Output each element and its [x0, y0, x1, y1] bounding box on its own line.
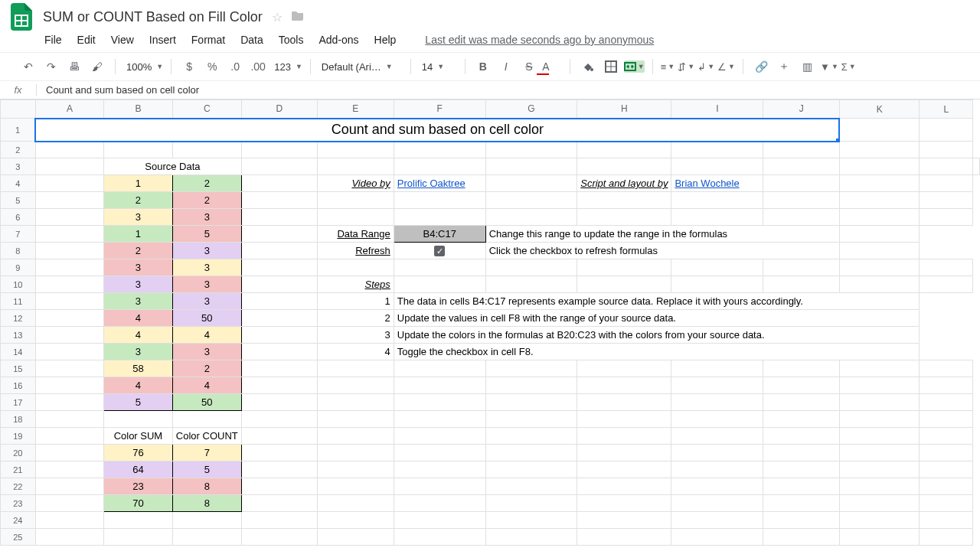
col-header[interactable]: H — [577, 100, 671, 119]
fill-color-icon[interactable] — [578, 57, 598, 77]
insert-comment-icon[interactable]: ＋ — [774, 57, 794, 77]
col-header[interactable]: D — [241, 100, 317, 119]
col-header[interactable]: A — [35, 100, 103, 119]
strike-icon[interactable]: S — [519, 57, 539, 77]
row-header[interactable]: 19 — [1, 428, 36, 445]
row-header[interactable]: 13 — [1, 327, 36, 344]
menu-help[interactable]: Help — [374, 34, 397, 46]
row-header[interactable]: 25 — [1, 529, 36, 546]
col-header[interactable]: E — [317, 100, 394, 119]
col-header[interactable]: L — [920, 100, 973, 119]
row-header[interactable]: 17 — [1, 394, 36, 411]
formula-input[interactable]: Count and sum based on cell color — [37, 84, 199, 96]
row-header[interactable]: 20 — [1, 445, 36, 461]
row-header[interactable]: 21 — [1, 461, 36, 478]
toolbar: ↶ ↷ 🖶 🖌 100%▼ $ % .0 .00 123▼ Default (A… — [0, 52, 980, 81]
h-align-dropdown[interactable]: ≡▼ — [661, 61, 675, 73]
borders-icon[interactable] — [601, 57, 621, 77]
functions-dropdown[interactable]: Σ▼ — [841, 61, 856, 73]
row-header[interactable]: 18 — [1, 411, 36, 428]
brian-wochele-link[interactable]: Brian Wochele — [675, 178, 739, 189]
menu-tools[interactable]: Tools — [279, 34, 304, 46]
row-header[interactable]: 24 — [1, 512, 36, 529]
decrease-decimal-icon[interactable]: .0 — [225, 57, 245, 77]
row-header[interactable]: 1 — [1, 119, 36, 142]
source-data-label: Source Data — [104, 158, 242, 175]
title-cell[interactable]: Count and sum based on cell color — [35, 119, 839, 142]
wrap-dropdown[interactable]: ↲▼ — [697, 61, 714, 73]
col-header[interactable]: G — [485, 100, 577, 119]
merge-cells-dropdown[interactable]: ▼ — [624, 60, 645, 73]
row-header[interactable]: 5 — [1, 192, 36, 209]
sheets-app-icon[interactable] — [6, 2, 37, 32]
col-header[interactable]: K — [839, 100, 919, 119]
filter-dropdown[interactable]: ▼▼ — [820, 61, 838, 73]
move-folder-icon[interactable] — [292, 10, 304, 24]
insert-link-icon[interactable]: 🔗 — [751, 57, 771, 77]
star-icon[interactable]: ☆ — [272, 10, 283, 24]
row-header[interactable]: 23 — [1, 495, 36, 512]
v-align-dropdown[interactable]: ⇵▼ — [678, 61, 694, 73]
svg-point-3 — [590, 68, 593, 71]
text-color-icon[interactable]: A — [542, 57, 562, 77]
row-header[interactable]: 22 — [1, 478, 36, 495]
menu-addons[interactable]: Add-ons — [318, 34, 358, 46]
col-header[interactable]: B — [104, 100, 173, 119]
menu-format[interactable]: Format — [191, 34, 225, 46]
last-edit-link[interactable]: Last edit was made seconds ago by anonym… — [425, 34, 654, 46]
font-size-dropdown[interactable]: 14▼ — [419, 61, 457, 73]
fx-icon: fx — [0, 84, 37, 96]
row-header[interactable]: 8 — [1, 243, 36, 259]
menu-view[interactable]: View — [111, 34, 134, 46]
menu-insert[interactable]: Insert — [149, 34, 176, 46]
row-header[interactable]: 15 — [1, 360, 36, 377]
bold-icon[interactable]: B — [473, 57, 493, 77]
increase-decimal-icon[interactable]: .00 — [248, 57, 268, 77]
menu-data[interactable]: Data — [240, 34, 263, 46]
more-formats-dropdown[interactable]: 123▼ — [271, 61, 302, 73]
row-header[interactable]: 11 — [1, 293, 36, 310]
redo-icon[interactable]: ↷ — [41, 57, 61, 77]
insert-chart-icon[interactable]: ▥ — [797, 57, 817, 77]
zoom-dropdown[interactable]: 100%▼ — [123, 61, 163, 73]
row-header[interactable]: 3 — [1, 158, 36, 175]
row-header[interactable]: 9 — [1, 259, 36, 276]
italic-icon[interactable]: I — [496, 57, 516, 77]
undo-icon[interactable]: ↶ — [18, 57, 38, 77]
col-header[interactable]: F — [394, 100, 485, 119]
formula-bar: fx Count and sum based on cell color — [0, 81, 980, 99]
row-header[interactable]: 4 — [1, 175, 36, 192]
format-percent-icon[interactable]: % — [202, 57, 222, 77]
menu-bar: File Edit View Insert Format Data Tools … — [0, 29, 980, 52]
row-header[interactable]: 14 — [1, 344, 36, 360]
row-header[interactable]: 10 — [1, 276, 36, 293]
column-header-row: A B C D E F G H I J K L — [1, 100, 980, 119]
font-family-dropdown[interactable]: Default (Ari…▼ — [318, 61, 403, 73]
row-header[interactable]: 6 — [1, 209, 36, 226]
row-header[interactable]: 2 — [1, 142, 36, 158]
col-header[interactable]: J — [763, 100, 840, 119]
format-currency-icon[interactable]: $ — [179, 57, 199, 77]
paint-format-icon[interactable]: 🖌 — [87, 57, 107, 77]
spreadsheet-grid[interactable]: A B C D E F G H I J K L 1Count and sum b… — [0, 99, 980, 546]
row-header[interactable]: 12 — [1, 310, 36, 327]
print-icon[interactable]: 🖶 — [64, 57, 84, 77]
title-bar: SUM or COUNT Based on Fill Color ☆ — [0, 0, 980, 29]
row-header[interactable]: 7 — [1, 226, 36, 243]
row-header[interactable]: 16 — [1, 377, 36, 394]
prolific-oaktree-link[interactable]: Prolific Oaktree — [397, 178, 466, 189]
rotate-dropdown[interactable]: ∠▼ — [717, 61, 735, 73]
refresh-checkbox[interactable]: ✓ — [434, 246, 445, 256]
document-title[interactable]: SUM or COUNT Based on Fill Color — [43, 9, 263, 25]
menu-edit[interactable]: Edit — [77, 34, 96, 46]
col-header[interactable]: C — [172, 100, 241, 119]
col-header[interactable]: I — [671, 100, 763, 119]
data-range-cell[interactable]: B4:C17 — [394, 226, 485, 243]
menu-file[interactable]: File — [44, 34, 62, 46]
